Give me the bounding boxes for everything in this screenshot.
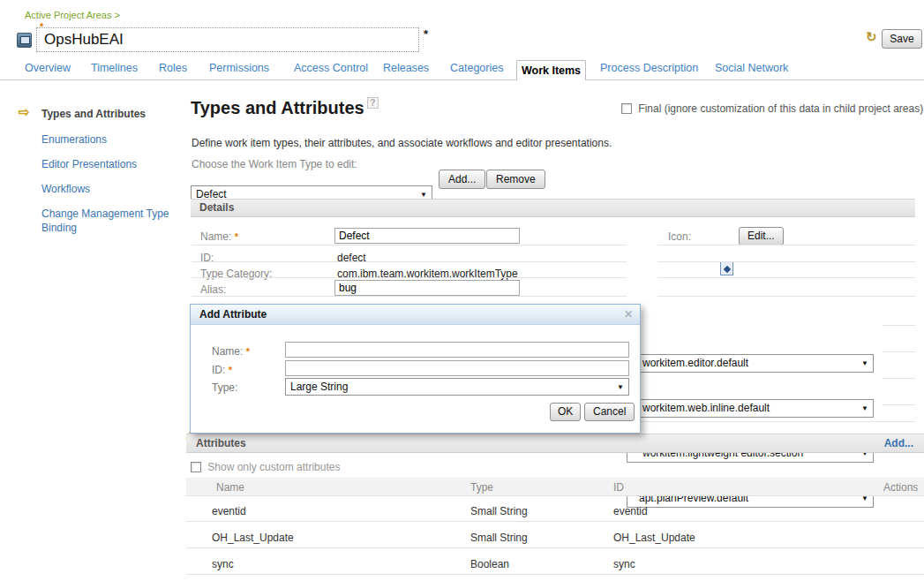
row-divider — [192, 277, 627, 278]
dialog-id-required-marker: * — [229, 365, 232, 375]
attribute-row-type: Small String — [470, 505, 528, 517]
dialog-ok-button[interactable]: OK — [550, 403, 581, 421]
attribute-row-id: eventid — [613, 505, 648, 517]
editor-presentation-value: workitem.editor.default — [642, 357, 748, 369]
column-header-actions: Actions — [883, 481, 918, 494]
final-checkbox[interactable] — [621, 103, 632, 114]
close-icon[interactable]: ✕ — [624, 308, 633, 321]
column-header-type: Type — [470, 481, 493, 494]
row-divider — [657, 296, 915, 297]
tab-process-description[interactable]: Process Description — [600, 62, 698, 74]
sidebar-item-workflows[interactable]: Workflows — [41, 183, 90, 195]
attribute-row-name[interactable]: sync — [212, 558, 234, 570]
name-label: Name: * — [200, 230, 238, 243]
current-section-arrow-icon: ⇨ — [19, 104, 30, 120]
add-attribute-link[interactable]: Add... — [884, 434, 913, 452]
tab-releases[interactable]: Releases — [383, 62, 429, 74]
alias-label: Alias: — [200, 283, 226, 296]
dialog-type-label: Type: — [212, 381, 237, 394]
dialog-type-value: Large String — [290, 381, 348, 393]
choose-type-label: Choose the Work Item Type to edit: — [192, 158, 357, 170]
row-divider — [883, 378, 915, 379]
tab-work-items[interactable]: Work Items — [516, 60, 586, 80]
help-icon[interactable]: ? — [367, 97, 379, 109]
attribute-row-name[interactable]: eventid — [212, 505, 246, 517]
dialog-id-label: ID: * — [212, 364, 232, 376]
edit-icon-button[interactable]: Edit... — [739, 227, 784, 245]
tab-permissions[interactable]: Permissions — [209, 62, 269, 74]
tab-categories[interactable]: Categories — [450, 62, 503, 74]
breadcrumb[interactable]: Active Project Areas > — [25, 10, 120, 20]
project-title-input[interactable]: OpsHubEAI — [36, 27, 419, 52]
project-area-editor: Active Project Areas > * OpsHubEAI * ↻ S… — [0, 0, 924, 581]
show-only-custom-label: Show only custom attributes — [207, 461, 340, 473]
remove-type-button[interactable]: Remove — [486, 170, 545, 189]
row-divider — [192, 245, 627, 245]
attributes-table-header — [186, 478, 924, 496]
row-divider — [657, 245, 915, 245]
dialog-title: Add Attribute — [199, 308, 267, 321]
row-divider — [657, 277, 915, 278]
details-section-title: Details — [199, 200, 234, 216]
add-type-button[interactable]: Add... — [439, 170, 485, 189]
page-heading-row: Types and Attributes? — [191, 97, 379, 118]
attributes-section-title: Attributes — [196, 434, 246, 452]
attributes-section-bar: Attributes Add... — [186, 434, 924, 453]
tabbar-divider — [0, 79, 924, 80]
show-only-custom-option: Show only custom attributes — [191, 461, 340, 473]
section-description: Define work item types, their attributes… — [192, 137, 612, 149]
tab-overview[interactable]: Overview — [25, 62, 71, 74]
dialog-titlebar[interactable]: Add Attribute ✕ — [191, 305, 640, 325]
attribute-row-name[interactable]: OH_Last_Update — [212, 532, 294, 544]
unsaved-changes-marker: * — [424, 27, 428, 41]
dialog-name-required-marker: * — [246, 346, 250, 357]
dialog-id-field[interactable] — [285, 360, 629, 376]
tab-social-network[interactable]: Social Network — [715, 62, 788, 74]
refresh-icon[interactable]: ↻ — [866, 29, 877, 45]
sidebar-item-change-management-type-binding[interactable]: Change Management Type Binding — [41, 207, 174, 235]
sidebar-item-editor-presentations[interactable]: Editor Presentations — [41, 158, 137, 170]
dialog-cancel-button[interactable]: Cancel — [584, 403, 635, 421]
work-item-type-icon — [720, 261, 733, 275]
dialog-name-field[interactable] — [285, 342, 629, 358]
row-divider — [186, 574, 924, 575]
project-area-icon — [17, 33, 32, 48]
chevron-down-icon: ▼ — [617, 379, 624, 396]
chevron-down-icon: ▼ — [861, 355, 868, 372]
inline-web-presentation-value: workitem.web.inline.default — [642, 402, 770, 414]
row-divider — [657, 261, 915, 262]
attribute-row-id: OH_Last_Update — [613, 532, 695, 544]
final-label: Final (ignore customization of this data… — [638, 102, 923, 115]
row-divider — [883, 404, 915, 405]
editor-presentation-select[interactable]: workitem.editor.default ▼ — [627, 354, 874, 373]
tab-access-control[interactable]: Access Control — [294, 62, 368, 74]
page-title: Types and Attributes — [191, 98, 364, 117]
row-divider — [883, 351, 915, 352]
row-divider — [192, 296, 627, 297]
attribute-row-id: sync — [613, 558, 635, 570]
alias-field[interactable] — [334, 280, 520, 296]
dialog-name-label: Name: * — [212, 345, 250, 358]
tab-timelines[interactable]: Timelines — [91, 62, 138, 74]
chevron-down-icon: ▼ — [861, 400, 868, 417]
dialog-type-select[interactable]: Large String ▼ — [285, 378, 629, 396]
sidebar-item-types-and-attributes[interactable]: Types and Attributes — [41, 108, 146, 120]
sidebar-item-enumerations[interactable]: Enumerations — [41, 133, 107, 146]
save-button[interactable]: Save — [882, 29, 922, 49]
attribute-row-type: Boolean — [470, 558, 509, 570]
row-divider — [192, 261, 627, 262]
name-required-marker: * — [235, 231, 238, 242]
row-divider — [186, 547, 924, 548]
inline-web-presentation-select[interactable]: workitem.web.inline.default ▼ — [627, 399, 874, 418]
add-attribute-dialog: Add Attribute ✕ Name: * ID: * Type: Larg… — [190, 304, 641, 434]
icon-label: Icon: — [668, 230, 691, 243]
tab-roles[interactable]: Roles — [159, 62, 187, 74]
name-field[interactable] — [334, 228, 520, 244]
attribute-row-type: Small String — [470, 532, 528, 544]
show-only-custom-checkbox[interactable] — [191, 462, 201, 472]
row-divider — [186, 521, 924, 522]
column-header-name: Name — [216, 481, 244, 494]
details-section-bar: Details — [191, 199, 915, 217]
row-divider — [883, 325, 915, 326]
column-header-id: ID — [613, 481, 624, 494]
